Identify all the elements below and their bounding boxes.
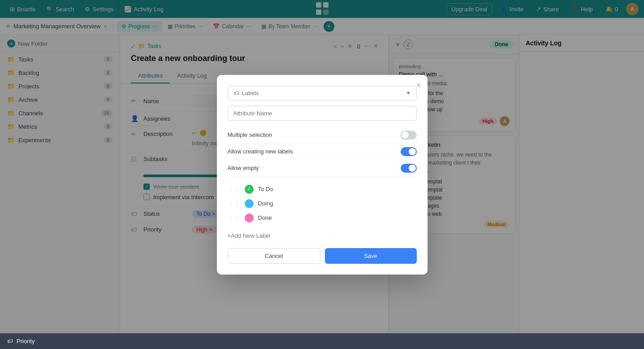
labels-modal: × 🏷 Labels ▼ Multiple selection Allow cr… — [217, 75, 428, 275]
allow-empty-knob — [409, 165, 416, 172]
label-item-todo: ⋮⋮ ✓ To Do — [228, 182, 417, 196]
label-item-done: ⋮⋮ Done — [228, 211, 417, 225]
modal-overlay: × 🏷 Labels ▼ Multiple selection Allow cr… — [0, 0, 644, 349]
label-dropdown-icon: 🏷 — [233, 90, 239, 96]
save-button[interactable]: Save — [325, 248, 417, 264]
label-name-doing: Doing — [258, 200, 273, 207]
cancel-button[interactable]: Cancel — [228, 248, 320, 264]
allow-creating-labels-toggle[interactable] — [401, 147, 417, 156]
labels-dropdown-arrow: ▼ — [406, 90, 411, 96]
multiple-selection-row: Multiple selection — [228, 127, 417, 144]
label-item-doing: ⋮⋮ Doing — [228, 196, 417, 211]
labels-dropdown-label: Labels — [242, 90, 259, 96]
attribute-name-input[interactable] — [228, 106, 417, 121]
allow-creating-labels-knob — [409, 148, 416, 155]
drag-handle-todo[interactable]: ⋮⋮ — [228, 186, 240, 193]
priority-bar-label: Priority — [17, 338, 35, 345]
modal-close-button[interactable]: × — [416, 81, 421, 89]
add-label-button[interactable]: +Add New Label — [228, 231, 417, 241]
multiple-selection-label: Multiple selection — [228, 131, 272, 138]
label-name-todo: To Do — [258, 186, 273, 192]
label-list: ⋮⋮ ✓ To Do ⋮⋮ Doing ⋮⋮ Done — [228, 182, 417, 225]
label-name-done: Done — [258, 214, 272, 221]
label-dot-todo: ✓ — [245, 185, 254, 194]
priority-bar: 🏷 Priority — [0, 333, 644, 349]
drag-handle-doing[interactable]: ⋮⋮ — [228, 200, 240, 207]
allow-creating-labels-row: Allow creating new labels — [228, 144, 417, 160]
priority-bar-icon: 🏷 — [7, 338, 13, 345]
allow-creating-labels-label: Allow creating new labels — [228, 148, 293, 155]
label-dot-done — [245, 214, 254, 222]
allow-empty-row: Allow empty — [228, 160, 417, 177]
allow-empty-toggle[interactable] — [401, 164, 417, 173]
multiple-selection-toggle[interactable] — [401, 131, 417, 140]
labels-dropdown[interactable]: 🏷 Labels ▼ — [228, 86, 417, 100]
multiple-selection-knob — [402, 131, 409, 139]
allow-empty-label: Allow empty — [228, 165, 259, 171]
drag-handle-done[interactable]: ⋮⋮ — [228, 214, 240, 222]
label-dot-doing — [245, 199, 254, 208]
modal-actions: Cancel Save — [228, 248, 417, 264]
add-label-text: +Add New Label — [228, 232, 271, 239]
